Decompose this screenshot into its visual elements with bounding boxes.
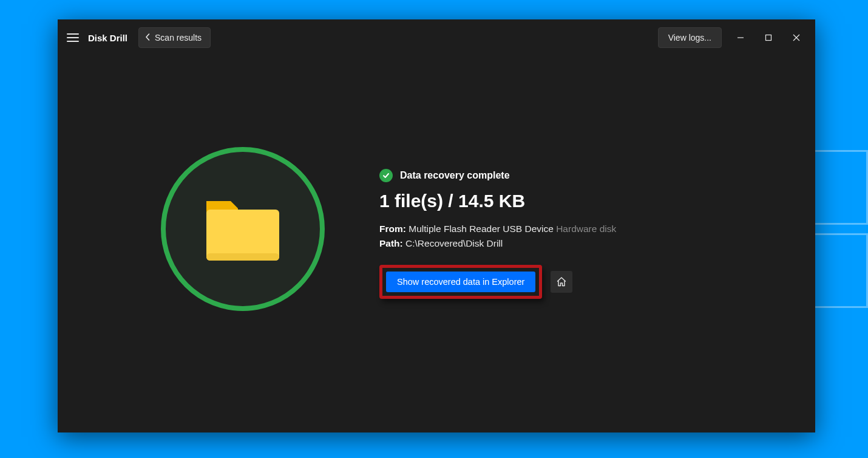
app-window: Disk Drill Scan results View logs... (58, 19, 815, 432)
details-column: Data recovery complete 1 file(s) / 14.5 … (379, 141, 815, 299)
status-line: Data recovery complete (379, 169, 791, 182)
content-area: Data recovery complete 1 file(s) / 14.5 … (58, 56, 815, 432)
show-in-explorer-button[interactable]: Show recovered data in Explorer (386, 272, 535, 292)
svg-rect-4 (206, 210, 279, 261)
home-button[interactable] (551, 271, 572, 293)
action-row: Show recovered data in Explorer (379, 265, 791, 299)
back-button[interactable]: Scan results (138, 27, 211, 48)
minimize-button[interactable] (727, 27, 754, 48)
success-folder-badge (161, 147, 325, 311)
folder-icon (200, 193, 285, 265)
svg-rect-1 (766, 35, 771, 41)
maximize-button[interactable] (754, 27, 782, 48)
result-headline: 1 file(s) / 14.5 KB (379, 191, 791, 211)
back-button-label: Scan results (155, 33, 202, 43)
from-type: Hardware disk (556, 224, 616, 234)
check-circle-icon (379, 169, 393, 182)
from-value: Multiple Flash Reader USB Device (409, 224, 554, 234)
path-line: Path: C:\Recovered\Disk Drill (379, 238, 791, 249)
titlebar: Disk Drill Scan results View logs... (58, 19, 815, 56)
close-button[interactable] (782, 27, 810, 48)
illustration-column (58, 141, 379, 311)
highlight-annotation: Show recovered data in Explorer (379, 265, 542, 299)
status-title: Data recovery complete (400, 170, 510, 181)
svg-rect-5 (206, 253, 279, 261)
home-icon (556, 276, 567, 287)
from-label: From: (379, 224, 406, 234)
path-value: C:\Recovered\Disk Drill (405, 238, 503, 248)
menu-icon[interactable] (66, 31, 80, 44)
from-line: From: Multiple Flash Reader USB Device H… (379, 224, 791, 234)
chevron-left-icon (145, 33, 150, 42)
app-title: Disk Drill (88, 33, 127, 43)
view-logs-button[interactable]: View logs... (658, 27, 722, 48)
path-label: Path: (379, 238, 403, 248)
